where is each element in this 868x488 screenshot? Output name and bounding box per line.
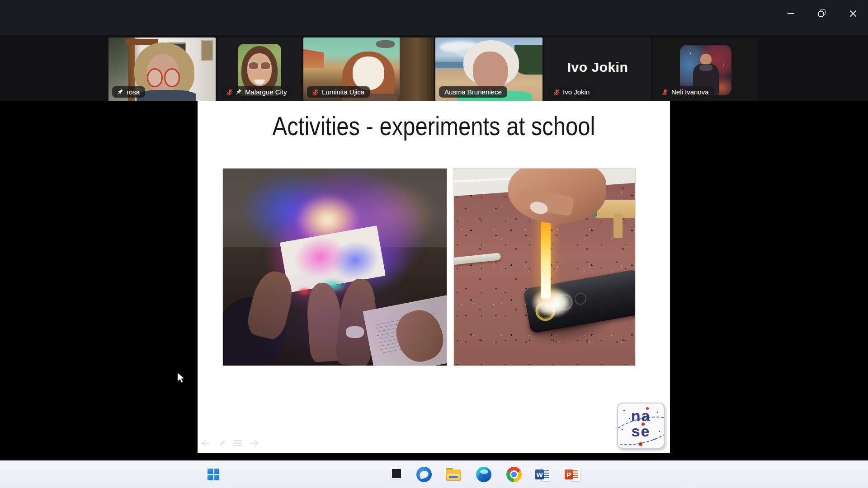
participant-name: rosa <box>127 89 140 95</box>
minimize-icon <box>788 13 794 14</box>
restore-button[interactable] <box>811 5 832 23</box>
windows-logo-icon <box>208 469 219 480</box>
thunderbird-button[interactable] <box>414 464 434 485</box>
title-bar <box>0 0 868 35</box>
nase-logo: na se <box>617 403 665 449</box>
participant-tile-luminita-ujica[interactable]: Luminita Ujica <box>303 38 434 101</box>
participant-tile-rosa[interactable]: rosa <box>108 38 216 101</box>
word-letter: W <box>535 469 544 479</box>
participant-label: Luminita Ujica <box>307 86 370 98</box>
nase-logo-line1: na <box>618 408 664 423</box>
start-button[interactable] <box>203 464 224 485</box>
thunderbird-icon <box>416 467 432 482</box>
mic-muted-icon <box>226 89 233 95</box>
nase-logo-line2: se <box>618 423 664 439</box>
mic-muted-icon <box>662 89 668 95</box>
participant-label: Malargue City <box>221 86 292 98</box>
close-button[interactable] <box>843 5 863 23</box>
mic-muted-icon <box>553 89 560 95</box>
participant-label: Neli Ivanova <box>656 86 714 98</box>
minimize-button[interactable] <box>780 5 801 23</box>
pin-icon <box>118 89 123 95</box>
participant-label: Ausma Bruneniece <box>439 86 507 98</box>
next-slide-icon[interactable] <box>250 440 259 447</box>
mouse-cursor <box>177 372 186 384</box>
taskbar: Cerca W P <box>0 460 868 488</box>
word-icon: W <box>535 467 552 482</box>
presenter-toolbar <box>201 439 259 447</box>
shared-screen-area: Activities - experiments at school <box>0 101 868 460</box>
powerpoint-letter: P <box>565 469 573 479</box>
previous-slide-icon[interactable] <box>201 440 210 447</box>
task-view-button[interactable] <box>385 464 406 485</box>
presentation-slide: Activities - experiments at school <box>198 101 670 453</box>
powerpoint-icon: P <box>565 467 581 482</box>
participant-tile-ausma-bruneniece[interactable]: Ausma Bruneniece <box>435 38 542 101</box>
file-explorer-icon <box>446 468 461 481</box>
word-button[interactable]: W <box>533 464 554 485</box>
slide-title: Activities - experiments at school <box>231 111 637 141</box>
participant-tile-ivo-jokin[interactable]: Ivo Jokin Ivo Jokin <box>544 38 651 101</box>
slide-photo-spectrum-experiment <box>453 168 636 366</box>
participant-label: Ivo Jokin <box>548 86 595 98</box>
participant-name: Neli Ivanova <box>671 89 709 95</box>
participant-tile-neli-ivanova[interactable]: Neli Ivanova <box>653 38 758 101</box>
chrome-button[interactable] <box>504 464 524 485</box>
restore-icon <box>819 11 824 16</box>
participant-name: Malargue City <box>245 89 287 95</box>
zoom-meeting-window: rosa Malargue City Luminita Ujica <box>0 0 868 488</box>
edge-icon <box>476 467 491 482</box>
pen-tool-icon[interactable] <box>218 439 226 447</box>
pin-icon <box>236 89 242 95</box>
slide-photo-light-experiment <box>222 168 447 366</box>
participant-name: Luminita Ujica <box>322 89 364 95</box>
close-icon <box>849 10 857 17</box>
chrome-icon <box>506 467 522 482</box>
mic-muted-icon <box>312 89 319 95</box>
file-explorer-button[interactable] <box>443 464 464 485</box>
participant-label: rosa <box>112 86 145 98</box>
edge-button[interactable] <box>473 464 494 485</box>
participant-tile-malargue-city[interactable]: Malargue City <box>217 38 302 101</box>
slide-menu-icon[interactable] <box>234 440 242 446</box>
task-view-icon <box>388 467 403 482</box>
participant-name: Ivo Jokin <box>563 89 590 95</box>
participant-strip: rosa Malargue City Luminita Ujica <box>0 35 868 101</box>
participant-name: Ausma Bruneniece <box>444 89 502 95</box>
powerpoint-button[interactable]: P <box>562 464 583 485</box>
